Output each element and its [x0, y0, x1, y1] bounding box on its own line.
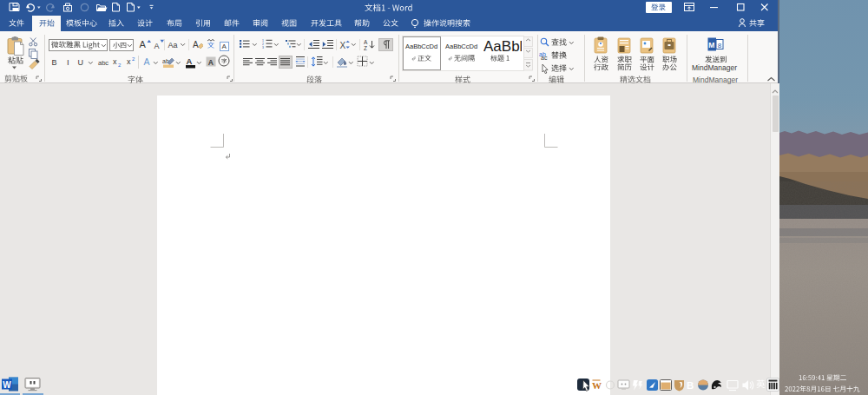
svg-text:ac: ac: [541, 55, 548, 60]
svg-text:Z: Z: [364, 45, 367, 50]
svg-text:A: A: [187, 56, 193, 66]
svg-text:B: B: [687, 380, 694, 391]
svg-text:A: A: [193, 40, 199, 49]
svg-text:X: X: [340, 41, 346, 50]
svg-text:W: W: [592, 380, 602, 391]
svg-text:8: 8: [718, 42, 722, 49]
svg-text:A: A: [364, 39, 368, 45]
svg-text:W: W: [3, 380, 11, 390]
svg-text:M: M: [708, 41, 714, 49]
svg-text:A: A: [207, 57, 213, 66]
svg-text:3: 3: [262, 46, 264, 49]
